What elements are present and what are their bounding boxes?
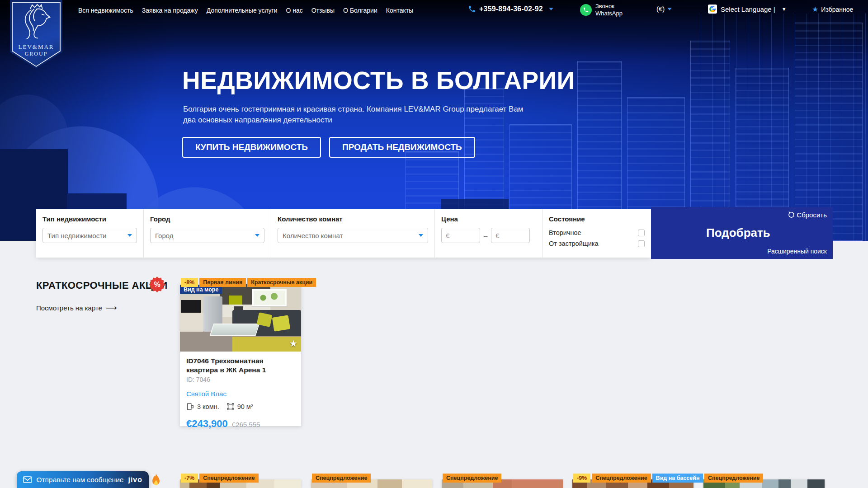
star-icon: ★ [812,5,818,14]
whatsapp-label-line1: Звонок [595,3,623,10]
filter-property-type: Тип недвижимости Тип недвижимости [36,209,144,258]
special-offer-badge: Спецпредложение [704,474,763,483]
favorites-link[interactable]: ★ Избранное [812,5,853,14]
nav-item-about-bulgaria[interactable]: О Болгарии [343,7,377,14]
nav-item-contacts[interactable]: Контакты [386,7,413,14]
flame-icon [150,474,162,488]
chevron-down-icon [255,234,259,237]
hero-buttons: КУПИТЬ НЕДВИЖИМОСТЬ ПРОДАТЬ НЕДВИЖИМОСТЬ [182,137,475,158]
chevron-down-icon [549,8,553,10]
whatsapp-label-line2: WhatsApp [595,10,623,17]
favorites-label: Избранное [821,6,853,13]
search-submit-button[interactable]: Подобрать [706,226,770,240]
search-filter-bar: Тип недвижимости Тип недвижимости Город … [36,209,651,258]
buy-property-button[interactable]: КУПИТЬ НЕДВИЖИМОСТЬ [182,137,321,158]
property-id: ID: 7046 [186,376,295,383]
chat-message: Отправьте нам сообщение [36,476,123,484]
logo-text-top: LEV&MAR [10,43,62,51]
card-info: ID7046 Трехкомнатная квартира в ЖК Арена… [180,352,301,430]
chevron-down-icon: ▼ [782,6,787,12]
filter-label: Количество комнат [278,215,428,223]
filter-state: Состояние Вторичное От застройщика [542,209,651,258]
filter-label: Тип недвижимости [42,215,137,223]
property-card[interactable]: -9% Спецпредложение Вид на бассейн [572,479,693,488]
filter-label: Цена [441,215,536,223]
pool-view-tag: Вид на бассейн [652,474,703,483]
special-offer-badge: Спецпредложение [312,474,371,483]
select-value: Тип недвижимости [47,232,106,239]
rooms-select[interactable]: Количество комнат [278,228,428,243]
special-offer-badge: Спецпредложение [592,474,651,483]
view-on-map-link[interactable]: Посмотреть на карте ⟶ [36,303,117,313]
discount-badge: -9% [573,474,590,483]
price-to-input[interactable] [491,228,530,243]
phone-block[interactable]: +359-894-36-02-92 [468,5,553,13]
property-card[interactable]: Спецпредложение [442,479,563,488]
rooms-value: 3 комн. [197,403,219,410]
chat-widget[interactable]: Отправьте нам сообщение jivo [17,471,149,488]
price-old: €265,555 [232,421,260,428]
filter-rooms: Количество комнат Количество комнат [271,209,435,258]
property-specs: 3 комн. 90 м² [186,403,295,411]
property-title: ID7046 Трехкомнатная квартира в ЖК Арена… [186,357,296,375]
phone-icon [468,5,476,13]
map-link-label: Посмотреть на карте [36,304,102,312]
option-developer-label: От застройщика [549,240,599,247]
chevron-down-icon [667,8,672,10]
chevron-down-icon [419,234,423,237]
advanced-search-link[interactable]: Расширенный поиск [767,248,827,255]
price-separator: – [484,232,487,239]
filter-price: Цена – [435,209,542,258]
whatsapp-block[interactable]: Звонок WhatsApp [580,3,623,17]
city-select[interactable]: Город [150,228,264,243]
property-card[interactable]: Спецпредложение [311,479,432,488]
favorite-star-icon[interactable]: ★ [289,338,297,349]
nav-item-extra-services[interactable]: Дополнительные услуги [207,7,278,14]
special-offer-badge: Спецпредложение [443,474,501,483]
nav-item-sale-request[interactable]: Заявка на продажу [142,7,198,14]
area-icon [226,403,235,411]
currency-selector[interactable]: (€) [656,5,672,13]
option-secondary-label: Вторичное [549,229,581,236]
search-submit-block: Сбросить Подобрать Расширенный поиск [651,207,833,259]
short-term-badge: Краткосрочные акции [247,278,316,287]
whatsapp-icon [580,4,592,16]
special-offer-badge: Спецпредложение [199,474,258,483]
reset-filters-link[interactable]: Сбросить [788,211,827,219]
select-value: Количество комнат [283,232,343,239]
nav-item-reviews[interactable]: Отзывы [311,7,335,14]
property-type-select[interactable]: Тип недвижимости [42,228,137,243]
hero-subtitle: Болгария очень гостеприимная и красивая … [183,104,527,126]
arrow-right-icon: ⟶ [106,303,117,313]
secondary-checkbox[interactable] [638,230,645,236]
sell-property-button[interactable]: ПРОДАТЬ НЕДВИЖИМОСТЬ [329,137,475,158]
nav-item-about[interactable]: О нас [286,7,303,14]
property-card[interactable]: Спецпредложение [703,479,825,488]
reset-label: Сбросить [797,211,827,219]
card-badges: -8% Первая линия Краткосрочные акции [181,278,316,287]
developer-checkbox[interactable] [638,240,645,247]
reset-icon [788,211,795,219]
lion-icon [16,3,56,42]
property-card[interactable]: -8% Первая линия Краткосрочные акции Вид… [180,284,301,426]
price-from-input[interactable] [441,228,480,243]
chevron-down-icon [127,234,132,237]
language-selector[interactable]: Select Language | ▼ [708,5,787,14]
currency-label: (€) [656,5,665,13]
filter-label: Город [150,215,264,223]
first-line-badge: Первая линия [199,278,246,287]
property-location-link[interactable]: Святой Влас [186,390,295,398]
property-card[interactable]: -7% Спецпредложение [180,479,301,488]
section-heading: КРАТКОСРОЧНЫЕ АКЦИИ [36,280,168,291]
nav-item-all-properties[interactable]: Вся недвижимость [78,7,133,14]
rooms-icon [186,403,194,411]
area-value: 90 м² [237,403,253,410]
discount-badge: -7% [181,474,198,483]
discount-badge: -8% [181,278,198,287]
jivo-logo: jivo [128,476,142,484]
filter-city: Город Город [144,209,271,258]
property-photo[interactable]: Вид на море ★ [180,284,301,352]
filter-label: Состояние [549,215,645,223]
main-navigation: Вся недвижимость Заявка на продажу Допол… [78,0,413,21]
phone-number: +359-894-36-02-92 [479,5,543,13]
